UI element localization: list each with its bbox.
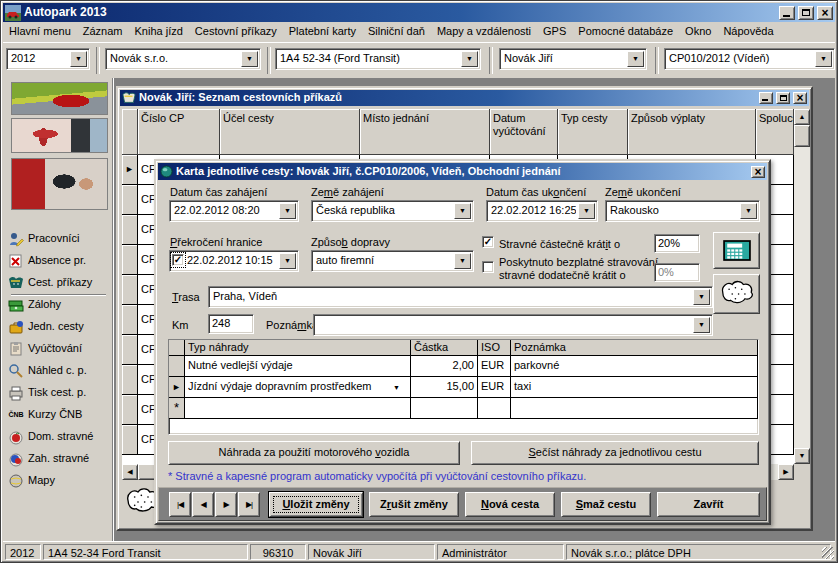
- note-field-select[interactable]: [313, 314, 713, 336]
- sidebar-item-cest-prikazy[interactable]: Cest. příkazy: [8, 273, 112, 293]
- menu-platebni-karty[interactable]: Platební karty: [283, 23, 362, 40]
- driver-select[interactable]: Novák Jiří: [499, 48, 647, 70]
- chevron-down-icon[interactable]: [693, 317, 710, 333]
- list-header-datum-vyuctovani[interactable]: Datum vyúčtování: [490, 109, 558, 155]
- grid-header-iso[interactable]: ISO: [478, 340, 511, 356]
- cell-iso[interactable]: EUR: [478, 356, 511, 377]
- sum-compensation-button[interactable]: Sečíst náhrady za jednotlivou cestu: [471, 441, 759, 465]
- sidebar-item-tisk[interactable]: Tisk cest. p.: [8, 383, 112, 403]
- cell-castka[interactable]: 2,00: [411, 356, 478, 377]
- menu-okno[interactable]: Okno: [679, 23, 717, 40]
- chevron-down-icon[interactable]: [693, 289, 710, 305]
- cell-typ-combo[interactable]: Jízdní výdaje dopravním prostředkem: [185, 377, 411, 398]
- list-header-ucel-cesty[interactable]: Účel cesty: [220, 109, 360, 155]
- table-row-new[interactable]: *: [169, 398, 758, 419]
- chevron-down-icon[interactable]: [461, 51, 478, 67]
- menu-hlavni-menu[interactable]: Hlavní menu: [3, 23, 77, 40]
- sidebar-item-zalohy[interactable]: Zálohy: [8, 295, 112, 315]
- menu-cestovni-prikazy[interactable]: Cestovní příkazy: [189, 23, 283, 40]
- sidebar-item-absence[interactable]: Absence pr.: [8, 251, 112, 271]
- dialog-titlebar[interactable]: Karta jednotlivé cesty: Novák Jiří, č.CP…: [158, 163, 767, 180]
- save-button[interactable]: Uložit změny: [269, 492, 363, 517]
- grid-header-typ-nahrady[interactable]: Typ náhrady: [185, 340, 411, 356]
- menu-zaznam[interactable]: Záznam: [77, 23, 129, 40]
- scrollbar-thumb[interactable]: [794, 125, 810, 147]
- chevron-down-icon[interactable]: [279, 203, 296, 219]
- table-row-current[interactable]: ► Jízdní výdaje dopravním prostředkem 15…: [169, 377, 758, 398]
- main-titlebar[interactable]: Autopark 2013: [3, 3, 835, 22]
- chevron-down-icon[interactable]: [454, 203, 471, 219]
- chevron-down-icon[interactable]: [627, 51, 644, 67]
- scroll-left-icon[interactable]: [122, 464, 138, 480]
- vehicle-compensation-button[interactable]: Náhrada za použití motorového vozidla: [168, 441, 460, 465]
- menu-silnicni-dan[interactable]: Silniční daň: [362, 23, 431, 40]
- scroll-right-icon[interactable]: [778, 464, 794, 480]
- sidebar-item-zah-stravne[interactable]: Zah. stravné: [8, 449, 112, 469]
- list-header-misto-jednani[interactable]: Místo jednání: [360, 109, 490, 155]
- route-map-button[interactable]: [713, 274, 760, 314]
- new-trip-button[interactable]: Nová cesta: [465, 492, 555, 517]
- list-header-zpusob-vyplaty[interactable]: Způsob výplaty: [628, 109, 756, 155]
- sidebar-item-jedn-cesty[interactable]: Jedn. cesty: [8, 317, 112, 337]
- list-header-cislo-cp[interactable]: Číslo CP: [138, 109, 220, 155]
- company-select[interactable]: Novák s.r.o.: [105, 48, 261, 70]
- list-header-spolucestujici[interactable]: Spolucestující: [756, 109, 794, 155]
- menu-gps[interactable]: GPS: [537, 23, 572, 40]
- menu-pomocne-databaze[interactable]: Pomocné databáze: [572, 23, 679, 40]
- chevron-down-icon[interactable]: [393, 380, 409, 395]
- border-cross-checkbox[interactable]: ✓: [172, 254, 184, 266]
- list-header-typ-cesty[interactable]: Typ cesty: [558, 109, 628, 155]
- transport-select[interactable]: auto firemní: [311, 250, 474, 272]
- scroll-up-icon[interactable]: [794, 109, 810, 125]
- meal-free-percent-field[interactable]: 0%: [654, 263, 700, 282]
- border-cross-select[interactable]: ✓ 22.02.2012 10:15: [169, 250, 299, 272]
- resize-grip[interactable]: [822, 547, 834, 559]
- sidebar-item-nahled[interactable]: Náhled c. p.: [8, 361, 112, 381]
- close-icon[interactable]: [793, 92, 807, 104]
- chevron-down-icon[interactable]: [740, 203, 757, 219]
- cell-typ[interactable]: Nutné vedlejší výdaje: [185, 356, 411, 377]
- close-button[interactable]: Zavřít: [657, 492, 760, 517]
- menu-kniha-jizd[interactable]: Kniha jízd: [129, 23, 189, 40]
- cell-poznamka[interactable]: taxi: [511, 377, 758, 398]
- calculator-button[interactable]: [713, 232, 760, 269]
- next-record-icon[interactable]: ▶: [215, 492, 237, 517]
- previous-record-icon[interactable]: ◀: [192, 492, 214, 517]
- maximize-icon[interactable]: [798, 6, 814, 20]
- last-record-icon[interactable]: ▶|: [238, 492, 260, 517]
- chevron-down-icon[interactable]: [578, 203, 595, 219]
- close-icon[interactable]: [817, 6, 833, 20]
- list-window-titlebar[interactable]: Novák Jiří: Seznam cestovních příkazů: [120, 90, 809, 106]
- maximize-icon[interactable]: [776, 92, 790, 104]
- delete-trip-button[interactable]: Smaž cestu: [561, 492, 651, 517]
- scroll-down-icon[interactable]: [794, 448, 810, 464]
- menu-napoveda[interactable]: Nápověda: [717, 23, 779, 40]
- sidebar-item-vyuctovani[interactable]: Vyúčtování: [8, 339, 112, 359]
- cancel-button[interactable]: Zrušit změny: [369, 492, 459, 517]
- table-row[interactable]: Nutné vedlejší výdaje 2,00 EUR parkovné: [169, 356, 758, 377]
- year-select[interactable]: 2012: [6, 48, 90, 70]
- meal-partial-percent-field[interactable]: 20%: [654, 234, 700, 253]
- trip-select[interactable]: CP010/2012 (Vídeň): [664, 48, 835, 70]
- first-record-icon[interactable]: |◀: [169, 492, 191, 517]
- meal-free-checkbox[interactable]: [482, 261, 494, 273]
- vehicle-select[interactable]: 1A4 52-34 (Ford Transit): [275, 48, 481, 70]
- sidebar-item-pracovnici[interactable]: Pracovníci: [8, 229, 112, 249]
- sidebar-item-dom-stravne[interactable]: Dom. stravné: [8, 427, 112, 447]
- grid-header-castka[interactable]: Částka: [411, 340, 478, 356]
- close-icon[interactable]: [751, 166, 765, 178]
- cell-iso[interactable]: EUR: [478, 377, 511, 398]
- chevron-down-icon[interactable]: [241, 51, 258, 67]
- start-country-select[interactable]: Česká republika: [311, 200, 474, 222]
- start-datetime-select[interactable]: 22.02.2012 08:20: [169, 200, 299, 222]
- cell-castka[interactable]: 15,00: [411, 377, 478, 398]
- km-field[interactable]: 248: [208, 314, 254, 334]
- sidebar-item-kurzy-cnb[interactable]: ČNB Kurzy ČNB: [8, 405, 112, 425]
- minimize-icon[interactable]: [759, 92, 773, 104]
- chevron-down-icon[interactable]: [70, 51, 87, 67]
- minimize-icon[interactable]: [779, 6, 795, 20]
- vertical-scrollbar[interactable]: [794, 109, 810, 464]
- end-country-select[interactable]: Rakousko: [605, 200, 760, 222]
- chevron-down-icon[interactable]: [454, 253, 471, 269]
- menu-mapy-a-vzdalenosti[interactable]: Mapy a vzdálenosti: [431, 23, 537, 40]
